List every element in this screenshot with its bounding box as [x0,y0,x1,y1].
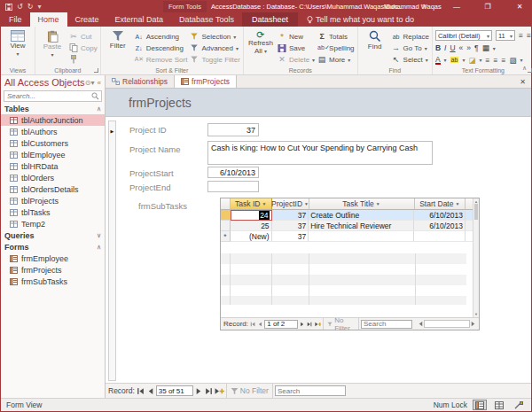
project-name-field[interactable]: Cash is King: How to Cut Your Spending b… [207,141,433,165]
delete-record-button[interactable]: ✕Delete▾ [278,55,315,64]
sidebar-item-temp2[interactable]: Temp2 [1,218,105,229]
record-position-box[interactable] [264,320,298,329]
row-selector-current[interactable] [221,210,231,221]
subform-search-input[interactable] [361,320,412,329]
nav-group-forms[interactable]: Forms∧ [1,241,105,253]
subform-horizontal-scrollbar[interactable] [418,320,476,328]
bullets-icon[interactable]: ≡ [519,31,523,40]
align-left-icon[interactable]: ≡ [485,56,489,65]
new-record-icon[interactable] [215,387,224,395]
increase-indent-icon[interactable]: » [466,43,471,52]
cell-start-date[interactable] [414,231,466,242]
sidebar-item-tblordersdetails[interactable]: tblOrdersDetails [1,183,105,195]
refresh-all-button[interactable]: ⟳ Refresh All ▾ [246,28,275,66]
tab-external-data[interactable]: External Data [107,12,172,27]
table-row-new[interactable]: * (New) 37 [221,231,473,242]
datasheet-view-button[interactable] [492,400,506,410]
column-header-task-title[interactable]: Task Title▼ [309,198,415,210]
new-record-selector[interactable]: * [221,231,231,242]
row-selector[interactable] [221,221,231,231]
column-header-projectid[interactable]: ProjectID▼ [272,198,309,210]
column-dropdown-icon[interactable]: ▼ [455,201,459,206]
nav-group-tables[interactable]: Tables∧ [1,103,105,114]
cut-button[interactable]: ✂Cut [69,32,98,41]
tab-relationships[interactable]: Relationships [106,75,175,88]
main-search-input[interactable] [275,385,346,396]
nav-search-box[interactable] [4,90,102,102]
descending-button[interactable]: Z↓Descending [135,43,188,52]
tab-frmprojects[interactable]: frmProjects [175,75,237,88]
minimize-button[interactable]: — [449,1,465,12]
nav-search-input[interactable] [4,92,91,100]
next-record-icon[interactable] [300,321,305,328]
toggle-filter-button[interactable]: Toggle Filter [190,55,240,64]
more-button[interactable]: ▤More▾ [317,55,354,64]
cell-projectid[interactable]: 37 [272,210,309,221]
format-painter-button[interactable] [69,55,98,64]
new-record-button[interactable]: *New [278,32,315,41]
sidebar-item-frmsubtasks[interactable]: frmSubTasks [1,276,105,287]
copy-button[interactable]: Copy [69,43,98,52]
no-filter-button[interactable]: No Filter [323,318,359,330]
direction-icon[interactable]: ¶ [474,43,479,52]
close-button[interactable]: ✕ [512,1,528,12]
scroll-right-icon[interactable] [470,321,476,327]
column-dropdown-icon[interactable]: ▼ [262,201,266,206]
align-center-icon[interactable]: ≡ [493,56,497,65]
tab-file[interactable]: File [1,12,30,27]
alternate-row-color-icon[interactable]: ▨ [509,56,516,65]
first-record-icon[interactable] [137,387,145,395]
scrollbar-thumb[interactable] [474,204,478,220]
record-selector-strip[interactable]: ▶ [108,120,116,381]
scroll-left-icon[interactable] [418,321,424,327]
underline-button[interactable]: U [450,43,455,52]
sidebar-item-frmemployee[interactable]: frmEmployee [1,253,105,264]
table-row[interactable]: 25 37 Hire Technical Reviewer 6/10/2013 [221,221,473,231]
scrollbar-track[interactable] [424,320,470,328]
save-record-button[interactable]: Save [278,43,315,52]
cell-task-title[interactable]: Create Outline [309,210,414,221]
cell-task-id[interactable]: (New) [231,231,272,242]
project-id-field[interactable]: 37 [207,123,259,136]
close-document-icon[interactable]: ✕ [514,75,531,88]
bold-button[interactable]: B [435,43,441,52]
nav-group-queries[interactable]: Queries∨ [1,229,105,241]
font-name-dropdown[interactable]: Calibri (Detail)▾ [435,30,492,41]
last-record-icon[interactable] [205,387,213,395]
project-start-field[interactable]: 6/10/2013 [207,167,259,178]
background-color-button[interactable]: ◪ [468,56,475,65]
column-header-start-date[interactable]: Start Date▼ [415,198,466,210]
font-color-button[interactable]: A [435,56,441,65]
cell-task-id[interactable]: 24 [231,210,272,221]
no-filter-button[interactable]: No Filter [226,384,273,398]
numbering-icon[interactable]: ≡ [527,31,531,40]
align-right-icon[interactable]: ≡ [501,56,505,65]
maximize-button[interactable]: ❐ [480,1,496,12]
filter-button[interactable]: Filter [104,28,132,66]
tab-create[interactable]: Create [67,12,107,27]
selection-button[interactable]: Selection▾ [190,32,240,41]
sidebar-item-tblauthors[interactable]: tblAuthors [1,126,105,137]
totals-button[interactable]: ΣTotals [317,32,354,41]
nav-pane-menu-icon[interactable]: ⊙▾ [85,79,95,87]
ascending-button[interactable]: A↓Ascending [135,32,188,41]
highlight-color-button[interactable]: ab [450,57,459,63]
cell-projectid[interactable]: 37 [272,231,309,242]
remove-sort-button[interactable]: A✕Remove Sort [135,55,188,64]
sidebar-item-tbltasks[interactable]: tblTasks [1,206,105,218]
form-view-button[interactable] [473,400,487,410]
last-record-icon[interactable] [307,321,312,328]
replace-button[interactable]: abReplace [392,32,429,41]
find-button[interactable]: Find [361,28,389,66]
collapse-ribbon-icon[interactable]: ∧ [522,65,527,72]
scroll-down-icon[interactable]: ▼ [473,312,479,316]
cell-task-title[interactable] [309,231,414,242]
project-end-field[interactable] [207,181,259,192]
gridlines-icon[interactable]: ▦ [482,43,489,52]
signed-in-user[interactable]: Muhammad Waqas [384,1,442,12]
cell-task-title[interactable]: Hire Technical Reviewer [309,221,414,231]
first-record-icon[interactable] [250,321,255,328]
cell-start-date[interactable]: 6/10/2013 [414,210,466,221]
advanced-button[interactable]: Advanced▾ [190,43,240,52]
previous-record-icon[interactable] [257,321,262,328]
